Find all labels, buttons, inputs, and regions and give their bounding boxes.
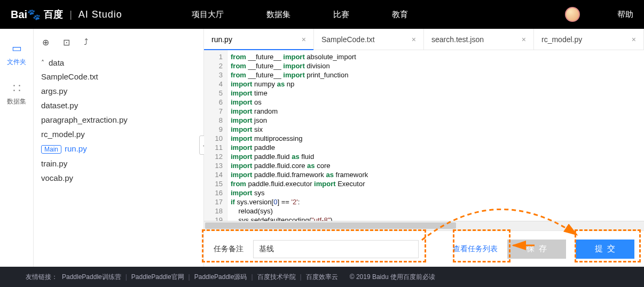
footer-link[interactable]: 百度效率云 (306, 273, 338, 282)
topbar: Bai🐾 百度 | AI Studio 项目大厅 数据集 比赛 教育 帮助 (0, 0, 644, 29)
logo-divider: | (69, 9, 72, 20)
footer-link[interactable]: 百度技术学院 (257, 273, 296, 282)
paw-icon: Bai🐾 (11, 8, 41, 21)
tab-samplecode[interactable]: SampleCode.txt× (314, 29, 424, 50)
new-file-icon[interactable]: ⊕ (42, 37, 49, 47)
rail-datasets[interactable]: ⸬ 数据集 (7, 82, 26, 106)
file-tree: ˄ data SampleCode.txt args.py dataset.py… (34, 52, 203, 189)
tab-search-json[interactable]: search.test.json× (424, 29, 534, 50)
editor-tabs: run.py× SampleCode.txt× search.test.json… (204, 29, 644, 50)
footer: 友情链接： PaddlePaddle训练营| PaddlePaddle官网| P… (0, 267, 644, 287)
view-task-list-link[interactable]: 查看任务列表 (453, 244, 498, 254)
logo-baidu-text: 百度 (44, 8, 63, 21)
tree-file-label: run.py (65, 144, 87, 153)
top-nav: 项目大厅 数据集 比赛 教育 (192, 10, 408, 20)
task-note-label: 任务备注 (214, 244, 244, 254)
tab-run-py[interactable]: run.py× (204, 29, 314, 50)
tree-file[interactable]: args.py (41, 84, 196, 98)
horizontal-scrollbar[interactable] (204, 221, 644, 230)
bottom-panel: 任务备注 查看任务列表 保存 提交 (204, 230, 644, 267)
tab-label: SampleCode.txt (321, 35, 375, 44)
rail-files-label: 文件夹 (7, 58, 26, 67)
close-icon[interactable]: × (522, 35, 526, 44)
nav-projects[interactable]: 项目大厅 (192, 10, 224, 20)
nav-education[interactable]: 教育 (392, 10, 408, 20)
close-icon[interactable]: × (302, 35, 306, 44)
left-rail: ▭ 文件夹 ⸬ 数据集 (0, 29, 34, 267)
code-editor[interactable]: 1234567891011121314151617181920▾21222324… (204, 50, 644, 221)
logo[interactable]: Bai🐾 百度 | AI Studio (11, 8, 122, 21)
tab-label: rc_model.py (541, 35, 582, 44)
save-button[interactable]: 保存 (507, 240, 566, 259)
submit-button[interactable]: 提交 (576, 240, 634, 259)
scrollbar-thumb[interactable] (205, 222, 456, 229)
tree-file[interactable]: paragraph_extraction.py (41, 113, 196, 127)
editor-area: ◂ run.py× SampleCode.txt× search.test.js… (203, 29, 644, 267)
close-icon[interactable]: × (412, 35, 416, 44)
dataset-icon: ⸬ (13, 82, 20, 94)
tree-file[interactable]: dataset.py (41, 98, 196, 113)
main: ▭ 文件夹 ⸬ 数据集 ⊕ ⊡ ⤴ ˄ data SampleCode.txt … (0, 29, 644, 267)
footer-prefix: 友情链接： (26, 273, 58, 282)
footer-link[interactable]: PaddlePaddle官网 (131, 273, 184, 282)
tab-label: run.py (211, 35, 232, 44)
folder-icon: ▭ (12, 42, 22, 54)
tree-file[interactable]: rc_model.py (41, 127, 196, 141)
tab-rc-model[interactable]: rc_model.py× (534, 29, 644, 50)
sidebar-tools: ⊕ ⊡ ⤴ (34, 33, 203, 52)
upload-icon[interactable]: ⤴ (84, 37, 88, 47)
tree-file[interactable]: SampleCode.txt (41, 69, 196, 84)
logo-studio-text: AI Studio (78, 9, 122, 20)
tree-file-active[interactable]: Mainrun.py (41, 141, 196, 156)
close-icon[interactable]: × (632, 35, 636, 44)
new-folder-icon[interactable]: ⊡ (63, 37, 70, 47)
footer-copyright: © 2019 Baidu 使用百度前必读 (350, 273, 435, 282)
help-link[interactable]: 帮助 (617, 10, 633, 20)
nav-competitions[interactable]: 比赛 (333, 10, 349, 20)
main-badge: Main (41, 145, 61, 154)
tree-file[interactable]: vocab.py (41, 171, 196, 185)
footer-link[interactable]: PaddlePaddle训练营 (62, 273, 121, 282)
avatar[interactable] (565, 7, 580, 22)
tab-label: search.test.json (431, 35, 484, 44)
tree-folder-data[interactable]: ˄ data (41, 56, 196, 69)
topbar-right: 帮助 (565, 7, 633, 22)
task-note-input[interactable] (253, 240, 419, 258)
code-content[interactable]: from __future__ import absolute_importfr… (227, 50, 644, 221)
footer-link[interactable]: PaddlePaddle源码 (194, 273, 247, 282)
rail-files[interactable]: ▭ 文件夹 (7, 42, 26, 67)
chevron-right-icon: ˄ (41, 59, 44, 67)
folder-label: data (49, 58, 64, 67)
line-gutter: 1234567891011121314151617181920▾21222324 (204, 50, 227, 221)
tree-file[interactable]: train.py (41, 156, 196, 171)
rail-datasets-label: 数据集 (7, 97, 26, 106)
nav-datasets[interactable]: 数据集 (266, 10, 290, 20)
sidebar: ⊕ ⊡ ⤴ ˄ data SampleCode.txt args.py data… (34, 29, 203, 267)
